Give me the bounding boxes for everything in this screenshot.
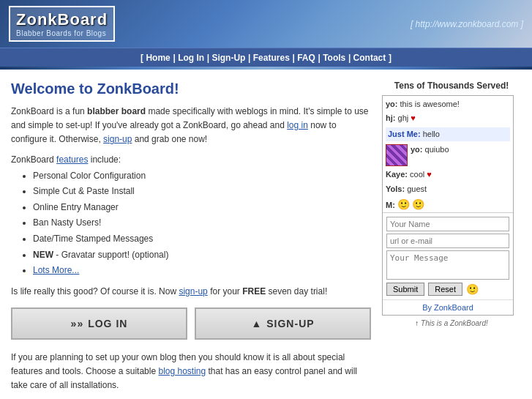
chat-user-7: M:: [386, 201, 395, 209]
chat-message-2: hj: ghj ♥: [386, 113, 510, 124]
nav-features[interactable]: Features: [253, 53, 290, 63]
chat-message-5: Kaye: cool ♥: [386, 169, 510, 180]
form-buttons: Submit Reset 🙂: [386, 283, 509, 296]
nav-signup[interactable]: Sign-Up: [211, 53, 245, 63]
signup-link-cta[interactable]: sign-up: [179, 286, 207, 297]
signup-arrow-icon: ▲: [251, 318, 262, 329]
chat-user-6: Yols:: [386, 184, 405, 193]
nav-bracket-close: ]: [389, 53, 391, 63]
chat-msg-content: yo: quiubo: [411, 144, 449, 155]
chat-user-4: yo:: [411, 145, 423, 154]
chat-avatar-icon: [386, 144, 408, 166]
feature-item-more: Lots More...: [33, 263, 371, 279]
emoji-icon-1: 🙂: [397, 198, 410, 210]
chat-message-3: Just Me: hello: [386, 127, 510, 141]
message-input[interactable]: [386, 250, 509, 280]
chat-text-6: guest: [407, 184, 427, 193]
login-arrows-icon: »»: [71, 318, 84, 329]
cta-text: Is life really this good? Of course it i…: [11, 286, 371, 297]
reset-button[interactable]: Reset: [428, 283, 462, 296]
nav-home[interactable]: Home: [146, 53, 170, 63]
left-column: Welcome to ZonkBoard! ZonkBoard is a fun…: [11, 81, 371, 399]
welcome-title: Welcome to ZonkBoard!: [11, 81, 371, 97]
logo-subtitle: Blabber Boards for Blogs: [16, 29, 108, 37]
feature-item: NEW - Gravatar support! (optional): [33, 247, 371, 264]
widget-title: Tens of Thousands Served!: [382, 81, 521, 91]
chat-text-4: quiubo: [425, 145, 449, 154]
feature-item: Personal Color Configuration: [33, 168, 371, 184]
main-content: Welcome to ZonkBoard! ZonkBoard is a fun…: [0, 70, 532, 399]
login-label: LOG IN: [88, 318, 127, 329]
chat-user-2: hj:: [386, 113, 395, 122]
chat-text-5: cool: [410, 170, 424, 179]
chat-user-3: Just Me:: [388, 130, 421, 138]
logo-title: ZonkBoard: [16, 10, 108, 29]
right-column: Tens of Thousands Served! yo: this is aw…: [382, 81, 521, 399]
features-list: Personal Color Configuration Simple Cut …: [33, 168, 371, 279]
chat-box: yo: this is awesome! hj: ghj ♥ Just Me: …: [382, 95, 514, 316]
lots-more-link[interactable]: Lots More...: [33, 265, 79, 275]
nav-tools[interactable]: Tools: [323, 53, 345, 63]
intro-text: ZonkBoard is a fun blabber board made sp…: [11, 105, 371, 147]
chat-message-6: Yols: guest: [386, 184, 510, 195]
chat-scroll-area[interactable]: yo: this is awesome! hj: ghj ♥ Just Me: …: [383, 96, 513, 213]
nav-faq[interactable]: FAQ: [297, 53, 315, 63]
logo-box: ZonkBoard Blabber Boards for Blogs: [9, 6, 115, 42]
feature-item: Online Entry Manager: [33, 200, 371, 216]
caption-text: This is a ZonkBoard!: [421, 319, 488, 327]
navbar: [ Home | Log In | Sign-Up | Features | F…: [0, 48, 532, 67]
nav-contact[interactable]: Contact: [353, 53, 386, 63]
widget-caption: ↑ This is a ZonkBoard!: [382, 319, 521, 327]
login-button[interactable]: »» LOG IN: [11, 307, 187, 340]
feature-item: Date/Time Stamped Messages: [33, 231, 371, 247]
buttons-row: »» LOG IN ▲ SIGN-UP: [11, 307, 371, 340]
submit-button[interactable]: Submit: [386, 283, 424, 296]
signup-label: SIGN-UP: [266, 318, 314, 329]
header-url: [ http://www.zonkboard.com ]: [411, 19, 523, 29]
nav-login[interactable]: Log In: [178, 53, 204, 63]
zonkboard-link[interactable]: By ZonkBoard: [422, 303, 473, 312]
feature-item: Simple Cut & Paste Install: [33, 184, 371, 200]
name-input[interactable]: [386, 217, 509, 231]
by-zonkboard-link: By ZonkBoard: [383, 299, 513, 315]
signup-button[interactable]: ▲ SIGN-UP: [195, 307, 371, 340]
chat-user-1: yo:: [386, 100, 398, 108]
chat-message-7: M: 🙂 🙂: [386, 198, 510, 212]
heart-icon-2: ♥: [427, 170, 432, 179]
chat-user-5: Kaye:: [386, 170, 408, 179]
emoji-icon-2: 🙂: [412, 198, 424, 210]
smiley-icon[interactable]: 🙂: [466, 283, 479, 295]
caption-arrow: ↑: [415, 319, 419, 327]
chat-form: Submit Reset 🙂: [383, 213, 513, 299]
login-link[interactable]: log in: [287, 120, 308, 130]
chat-text-3: hello: [423, 130, 440, 138]
features-intro: ZonkBoard features include:: [11, 154, 371, 165]
blog-text: If you are planning to set up your own b…: [11, 351, 371, 393]
chat-message-1: yo: this is awesome!: [386, 99, 510, 110]
feature-item: Ban Nasty Users!: [33, 215, 371, 231]
chat-text-1: this is awesome!: [400, 100, 460, 108]
nav-sep3: |: [248, 53, 253, 63]
features-link[interactable]: features: [56, 154, 88, 165]
header: ZonkBoard Blabber Boards for Blogs [ htt…: [0, 0, 532, 48]
nav-sep6: |: [348, 53, 353, 63]
blog-hosting-link[interactable]: blog hosting: [158, 366, 206, 376]
heart-icon-1: ♥: [411, 113, 416, 122]
signup-link-intro[interactable]: sign-up: [103, 134, 132, 144]
chat-message-4: yo: quiubo: [386, 144, 510, 166]
chat-text-2: ghj: [398, 113, 409, 122]
url-input[interactable]: [386, 234, 509, 248]
